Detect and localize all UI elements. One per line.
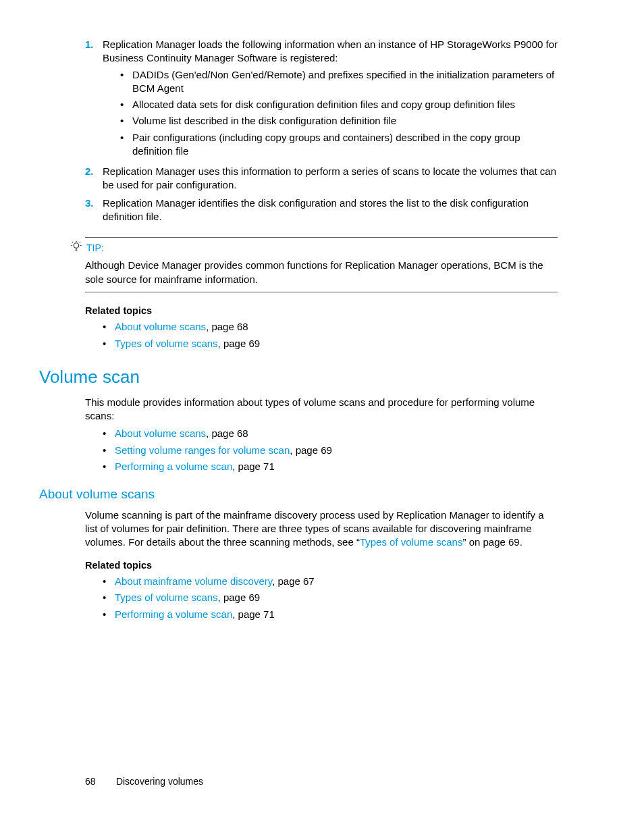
list-text: Replication Manager identifies the disk … (103, 197, 558, 224)
link-performing-volume-scan[interactable]: Performing a volume scan (115, 461, 232, 472)
intro-paragraph: This module provides information about t… (85, 396, 558, 423)
related-topics-list: About mainframe volume discovery, page 6… (85, 575, 558, 621)
link-about-volume-scans[interactable]: About volume scans (115, 321, 206, 332)
list-item: 3. Replication Manager identifies the di… (85, 197, 558, 224)
list-text: Replication Manager uses this informatio… (103, 165, 558, 192)
list-number: 3. (85, 197, 103, 224)
page-ref: , page 67 (272, 575, 315, 587)
about-post: ” on page 69. (462, 536, 522, 548)
link-item: Setting volume ranges for volume scan, p… (103, 444, 558, 457)
tip-text: Although Device Manager provides common … (85, 259, 558, 286)
related-topic-item: About mainframe volume discovery, page 6… (103, 575, 558, 588)
svg-line-6 (72, 242, 73, 242)
page: 1. Replication Manager loads the followi… (0, 0, 644, 834)
link-about-mainframe-volume-discovery[interactable]: About mainframe volume discovery (115, 575, 272, 587)
page-ref: , page 71 (232, 461, 275, 472)
bullet-item: Volume list described in the disk config… (120, 114, 558, 128)
list-body: Replication Manager loads the following … (103, 38, 558, 161)
page-ref: , page 69 (218, 338, 261, 349)
tip-row: TIP: (85, 242, 558, 257)
list-text: Replication Manager loads the following … (103, 38, 558, 63)
link-setting-volume-ranges[interactable]: Setting volume ranges for volume scan (115, 444, 290, 456)
lightbulb-icon (70, 240, 86, 256)
related-topics-list: About volume scans, page 68 Types of vol… (85, 320, 558, 350)
volume-scan-link-list: About volume scans, page 68 Setting volu… (85, 427, 558, 473)
svg-point-0 (74, 243, 79, 249)
list-item: 2. Replication Manager uses this informa… (85, 165, 558, 192)
tip-box: TIP: Although Device Manager provides co… (85, 237, 558, 292)
heading-volume-scan: Volume scan (39, 365, 558, 389)
bullet-item: DADIDs (Gen'ed/Non Gen'ed/Remote) and pr… (120, 68, 558, 96)
link-types-of-volume-scans-inline[interactable]: Types of volume scans (360, 536, 463, 548)
tip-rule-bottom (85, 292, 558, 292)
list-number: 2. (85, 165, 103, 192)
link-item: Performing a volume scan, page 71 (103, 460, 558, 473)
link-item: About volume scans, page 68 (103, 427, 558, 440)
link-types-of-volume-scans[interactable]: Types of volume scans (115, 592, 218, 603)
list-number: 1. (85, 38, 103, 161)
heading-about-volume-scans: About volume scans (39, 486, 558, 503)
related-topics-heading: Related topics (85, 305, 558, 318)
bullet-item: Pair configurations (including copy grou… (120, 131, 558, 159)
content-area: 1. Replication Manager loads the followi… (85, 38, 558, 621)
page-ref: , page 68 (206, 321, 248, 332)
related-topic-item: Types of volume scans, page 69 (103, 337, 558, 350)
related-topic-item: About volume scans, page 68 (103, 320, 558, 334)
page-footer: 68 Discovering volumes (85, 775, 203, 788)
link-types-of-volume-scans[interactable]: Types of volume scans (115, 338, 218, 349)
page-ref: , page 69 (218, 592, 261, 603)
link-about-volume-scans[interactable]: About volume scans (115, 427, 206, 439)
related-topic-item: Performing a volume scan, page 71 (103, 608, 558, 621)
tip-label: TIP: (86, 242, 104, 255)
sub-bullet-list: DADIDs (Gen'ed/Non Gen'ed/Remote) and pr… (103, 68, 558, 159)
about-paragraph: Volume scanning is part of the mainframe… (85, 509, 558, 550)
bullet-item: Allocated data sets for disk configurati… (120, 98, 558, 111)
page-ref: , page 71 (232, 608, 275, 620)
list-item: 1. Replication Manager loads the followi… (85, 38, 558, 161)
link-performing-volume-scan[interactable]: Performing a volume scan (115, 608, 232, 620)
footer-section: Discovering volumes (116, 776, 203, 787)
svg-line-7 (80, 242, 80, 242)
ordered-list: 1. Replication Manager loads the followi… (85, 38, 558, 224)
page-ref: , page 68 (206, 427, 248, 439)
page-ref: , page 69 (290, 444, 332, 456)
related-topics-heading: Related topics (85, 559, 558, 573)
related-topic-item: Types of volume scans, page 69 (103, 591, 558, 604)
tip-rule-top (85, 237, 558, 238)
page-number: 68 (85, 775, 113, 788)
